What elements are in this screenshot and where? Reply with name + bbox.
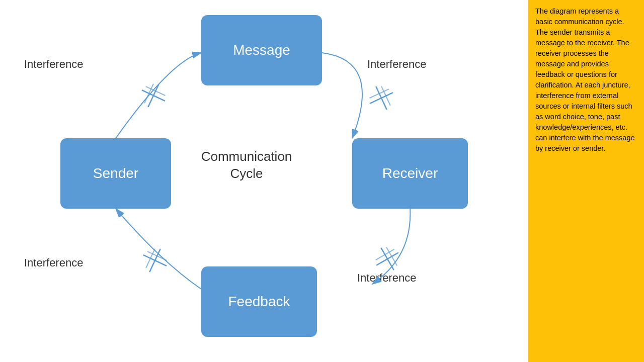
feedback-node: Feedback [201,266,317,337]
sender-node: Sender [60,138,171,209]
svg-line-2 [142,84,165,107]
interference-top-left: Interference [24,58,83,71]
svg-line-6 [370,86,393,110]
center-label: Communication Cycle [196,148,297,183]
svg-line-17 [376,245,394,264]
receiver-node: Receiver [352,138,468,209]
svg-line-13 [141,249,160,268]
sidebar-text: The diagram represents a basic communica… [535,6,637,154]
svg-line-14 [376,248,398,270]
svg-line-7 [370,86,393,110]
svg-line-15 [376,248,398,270]
svg-line-3 [142,84,165,107]
svg-line-16 [382,247,401,266]
svg-line-8 [376,86,395,106]
message-node: Message [201,15,322,85]
svg-line-4 [146,81,165,101]
sidebar: The diagram represents a basic communica… [528,0,644,362]
interference-bottom-right: Interference [357,272,416,285]
diagram-area: Message Sender Receiver Feedback Communi… [0,0,528,362]
interference-bottom-left: Interference [24,256,83,269]
svg-line-5 [139,84,158,103]
svg-line-9 [370,84,389,103]
interference-top-right: Interference [367,58,426,71]
svg-line-11 [143,249,167,272]
svg-line-12 [147,246,167,265]
svg-line-10 [143,249,167,272]
